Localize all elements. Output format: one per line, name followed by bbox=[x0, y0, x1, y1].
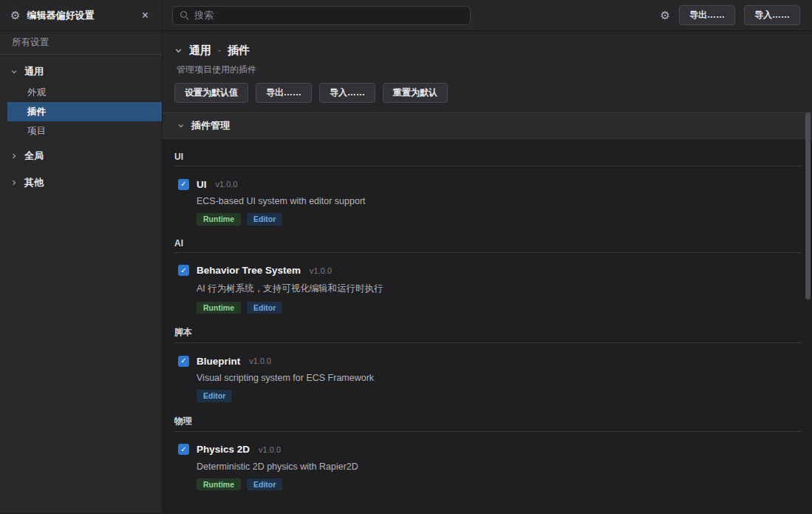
sidebar-group-label: 全局 bbox=[24, 149, 44, 163]
chevron-down-icon bbox=[177, 122, 185, 129]
runtime-badge: Runtime bbox=[197, 213, 241, 226]
sidebar-group-other[interactable]: 其他 bbox=[0, 172, 162, 194]
export-button[interactable]: 导出…… bbox=[679, 5, 735, 25]
category-label: 物理 bbox=[174, 415, 802, 427]
section-title: 插件管理 bbox=[191, 119, 230, 132]
breadcrumb-parent[interactable]: 通用 bbox=[189, 44, 211, 58]
window-title: 编辑器偏好设置 bbox=[27, 9, 94, 22]
plugin-description: Deterministic 2D physics with Rapier2D bbox=[197, 461, 802, 472]
plugin-item-blueprint: ✓ Blueprint v1.0.0 Visual scripting syst… bbox=[178, 354, 802, 402]
plugin-category-ui: UI ✓ UI v1.0.0 ECS-based UI system with … bbox=[174, 152, 802, 226]
search-input[interactable] bbox=[194, 10, 463, 21]
plugin-badges: Runtime Editor bbox=[197, 302, 802, 314]
plugin-name: UI bbox=[197, 179, 207, 190]
divider bbox=[174, 342, 802, 343]
divider bbox=[174, 431, 802, 432]
sidebar-item-label: 外观 bbox=[27, 87, 46, 99]
plugin-badges: Runtime Editor bbox=[197, 213, 802, 226]
plugin-head: ✓ Behavior Tree System v1.0.0 bbox=[178, 264, 802, 277]
editor-badge: Editor bbox=[247, 302, 282, 314]
sidebar-item-plugins[interactable]: 插件 bbox=[7, 102, 162, 121]
export-settings-button[interactable]: 导出…… bbox=[256, 83, 312, 103]
plugin-category-physics: 物理 ✓ Physics 2D v1.0.0 Deterministic 2D … bbox=[174, 415, 802, 491]
body-row: 所有设置 通用 外观 插件 项目 全局 bbox=[0, 31, 812, 513]
sidebar-group-label: 其他 bbox=[24, 176, 44, 189]
divider bbox=[174, 252, 802, 253]
scrollbar-thumb[interactable] bbox=[805, 112, 811, 300]
plugin-description: AI 行为树系统，支持可视化编辑和运行时执行 bbox=[197, 283, 802, 295]
sidebar-nav: 通用 外观 插件 项目 全局 其他 bbox=[0, 55, 162, 194]
checkmark-icon: ✓ bbox=[180, 446, 186, 453]
plugin-badges: Editor bbox=[197, 390, 802, 402]
search-box[interactable] bbox=[172, 6, 471, 25]
plugin-item-physics-2d: ✓ Physics 2D v1.0.0 Deterministic 2D phy… bbox=[178, 443, 802, 491]
sidebar-group-global[interactable]: 全局 bbox=[0, 145, 162, 167]
settings-sidebar: 所有设置 通用 外观 插件 项目 全局 bbox=[0, 31, 163, 513]
chevron-down-icon bbox=[174, 47, 182, 55]
plugin-item-ui: ✓ UI v1.0.0 ECS-based UI system with edi… bbox=[178, 177, 802, 226]
plugin-description: ECS-based UI system with editor support bbox=[197, 196, 802, 206]
plugin-version: v1.0.0 bbox=[249, 356, 271, 365]
divider bbox=[174, 166, 802, 166]
plugin-head: ✓ Physics 2D v1.0.0 bbox=[178, 443, 802, 456]
plugin-version: v1.0.0 bbox=[259, 445, 281, 454]
plugin-head: ✓ Blueprint v1.0.0 bbox=[178, 354, 802, 368]
checkmark-icon: ✓ bbox=[180, 357, 186, 365]
chevron-right-icon bbox=[10, 152, 18, 160]
plugin-enabled-checkbox[interactable]: ✓ bbox=[178, 265, 189, 276]
editor-badge: Editor bbox=[197, 390, 232, 402]
action-buttons: 设置为默认值 导出…… 导入…… 重置为默认 bbox=[174, 83, 800, 103]
plugin-version: v1.0.0 bbox=[216, 180, 238, 189]
sidebar-item-label: 插件 bbox=[27, 106, 46, 118]
sidebar-item-project[interactable]: 项目 bbox=[0, 121, 162, 141]
runtime-badge: Runtime bbox=[197, 302, 241, 314]
chevron-down-icon bbox=[10, 68, 18, 75]
sidebar-item-all-settings[interactable]: 所有设置 bbox=[0, 31, 162, 54]
breadcrumb-separator: - bbox=[218, 45, 221, 55]
plugin-list: UI ✓ UI v1.0.0 ECS-based UI system with … bbox=[163, 139, 812, 513]
plugin-item-behavior-tree: ✓ Behavior Tree System v1.0.0 AI 行为树系统，支… bbox=[178, 264, 802, 314]
top-bar-main: ⚙ 导出…… 导入…… bbox=[163, 0, 812, 30]
plugin-badges: Runtime Editor bbox=[197, 479, 802, 491]
sidebar-group-general[interactable]: 通用 bbox=[0, 61, 162, 83]
section-plugin-management[interactable]: 插件管理 bbox=[163, 112, 812, 139]
search-icon bbox=[180, 11, 188, 19]
plugin-name: Blueprint bbox=[197, 356, 240, 367]
runtime-badge: Runtime bbox=[197, 479, 241, 491]
plugin-category-script: 脚本 ✓ Blueprint v1.0.0 Visual scripting s… bbox=[174, 326, 802, 402]
page-header-section: 通用 - 插件 管理项目使用的插件 设置为默认值 导出…… 导入…… 重置为默认 bbox=[163, 31, 812, 112]
checkmark-icon: ✓ bbox=[180, 267, 186, 274]
plugin-version: v1.0.0 bbox=[310, 266, 332, 275]
checkmark-icon: ✓ bbox=[180, 180, 186, 188]
close-icon[interactable]: × bbox=[139, 8, 151, 23]
plugin-enabled-checkbox[interactable]: ✓ bbox=[178, 444, 189, 455]
plugin-name: Behavior Tree System bbox=[197, 265, 301, 276]
reset-default-button[interactable]: 重置为默认 bbox=[383, 83, 448, 103]
settings-gear-icon: ⚙ bbox=[10, 10, 20, 21]
import-button[interactable]: 导入…… bbox=[744, 5, 800, 25]
plugin-enabled-checkbox[interactable]: ✓ bbox=[178, 179, 189, 190]
import-settings-button[interactable]: 导入…… bbox=[319, 83, 375, 103]
category-label: 脚本 bbox=[174, 326, 802, 339]
editor-badge: Editor bbox=[247, 213, 282, 226]
category-label: AI bbox=[174, 238, 802, 248]
editor-badge: Editor bbox=[247, 479, 282, 491]
category-label: UI bbox=[174, 152, 802, 162]
plugin-head: ✓ UI v1.0.0 bbox=[178, 177, 802, 191]
plugin-category-ai: AI ✓ Behavior Tree System v1.0.0 AI 行为树系… bbox=[174, 238, 802, 314]
chevron-right-icon bbox=[10, 179, 18, 186]
plugin-description: Visual scripting system for ECS Framewor… bbox=[197, 373, 802, 383]
main-panel: 通用 - 插件 管理项目使用的插件 设置为默认值 导出…… 导入…… 重置为默认… bbox=[163, 31, 812, 513]
window-header: ⚙ 编辑器偏好设置 × bbox=[0, 0, 163, 30]
set-default-button[interactable]: 设置为默认值 bbox=[174, 83, 248, 103]
breadcrumb-current[interactable]: 插件 bbox=[228, 44, 250, 58]
plugin-name: Physics 2D bbox=[197, 444, 250, 455]
plugin-enabled-checkbox[interactable]: ✓ bbox=[178, 356, 189, 367]
sidebar-item-appearance[interactable]: 外观 bbox=[0, 83, 162, 102]
sidebar-group-label: 通用 bbox=[24, 65, 44, 78]
top-bar: ⚙ 编辑器偏好设置 × ⚙ 导出…… 导入…… bbox=[0, 0, 812, 31]
breadcrumb[interactable]: 通用 - 插件 bbox=[174, 41, 800, 59]
gear-icon[interactable]: ⚙ bbox=[661, 10, 670, 21]
sidebar-item-label: 项目 bbox=[27, 125, 46, 138]
page-subtitle: 管理项目使用的插件 bbox=[177, 64, 800, 76]
